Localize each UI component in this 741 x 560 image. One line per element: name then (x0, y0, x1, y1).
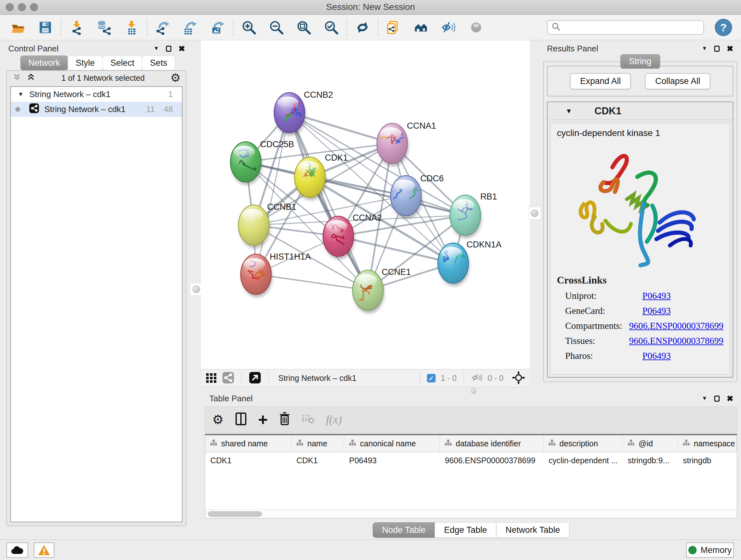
crosslink-link[interactable]: P06493 (643, 306, 671, 316)
panel-collapse-icon[interactable]: ▼ (702, 395, 707, 401)
import-network-database-icon[interactable] (95, 18, 113, 37)
help-button[interactable]: ? (715, 19, 732, 36)
network-selection-status: 1 of 1 Network selected (36, 73, 171, 83)
crosslink-link[interactable]: P06493 (643, 291, 671, 301)
tree-expander-icon[interactable]: ▼ (18, 91, 23, 98)
show-columns-icon[interactable] (234, 412, 247, 427)
network-node-cdc25b[interactable] (230, 142, 262, 185)
clone-network-icon[interactable] (385, 18, 403, 37)
collapse-all-icon[interactable] (12, 72, 22, 83)
table-settings-gear-icon[interactable]: ⚙ (212, 412, 224, 427)
right-splitter[interactable] (530, 40, 539, 387)
cloud-button[interactable] (6, 543, 28, 558)
column-header-id[interactable]: @id (623, 435, 678, 452)
network-node-ccne1[interactable] (353, 270, 384, 313)
panel-close-icon[interactable]: ✖ (727, 44, 733, 53)
panel-float-icon[interactable] (714, 46, 720, 52)
zoom-out-icon[interactable] (267, 18, 285, 37)
external-link-icon[interactable] (249, 371, 261, 385)
crosslink-row: Uniprot:P06493 (557, 291, 724, 301)
network-node-cdk1[interactable] (294, 157, 326, 200)
save-session-icon[interactable] (37, 18, 54, 37)
export-table-icon[interactable] (181, 18, 199, 37)
panel-collapse-icon[interactable]: ▼ (702, 45, 707, 52)
zoom-in-icon[interactable] (240, 18, 258, 37)
crosslink-link[interactable]: 9606.ENSP00000378699 (629, 335, 724, 346)
left-splitter[interactable] (192, 40, 201, 540)
table-splitter-handle[interactable] (471, 388, 476, 394)
panel-close-icon[interactable]: ✖ (179, 44, 185, 53)
crosslink-link[interactable]: P06493 (643, 351, 671, 361)
panel-collapse-icon[interactable]: ▼ (153, 45, 159, 52)
table-row[interactable]: CDK1CDK1P064939606.ENSP00000378699cyclin… (205, 452, 737, 469)
network-edge[interactable] (338, 236, 453, 263)
network-edge[interactable] (256, 274, 368, 290)
panel-float-icon[interactable] (714, 395, 720, 401)
tab-network[interactable]: Network (20, 56, 68, 70)
selected-checkbox-icon[interactable]: ✓ (427, 374, 435, 382)
entry-collapse-icon[interactable]: ▼ (565, 107, 572, 115)
column-header-name[interactable]: name (291, 435, 344, 452)
apply-layout-icon[interactable] (354, 18, 372, 37)
column-header-namespace[interactable]: namespace (678, 435, 737, 452)
column-header-description[interactable]: description (543, 435, 623, 452)
column-header-canonicalname[interactable]: canonical name (344, 435, 440, 452)
export-image-icon[interactable] (209, 18, 226, 37)
network-edge[interactable] (289, 113, 368, 290)
network-canvas[interactable]: CCNB2CCNA1CDC25BCDK1CDC6RB1CCNB1CCNA2CDK… (201, 40, 530, 369)
tab-sets[interactable]: Sets (142, 56, 175, 70)
network-node-rb1[interactable] (450, 195, 482, 238)
warning-button[interactable] (34, 543, 54, 558)
delete-column-trash-icon[interactable] (279, 412, 291, 427)
hidden-eye-slash-icon[interactable] (471, 373, 482, 384)
network-node-ccnb1[interactable] (239, 205, 270, 248)
network-share-icon[interactable] (222, 372, 234, 385)
panel-float-icon[interactable] (166, 46, 172, 52)
import-network-icon[interactable] (68, 18, 85, 37)
open-session-icon[interactable] (9, 18, 27, 37)
show-graphics-details-icon[interactable] (412, 18, 430, 37)
column-header-databaseidentifier[interactable]: database identifier (440, 435, 543, 452)
tab-network-table[interactable]: Network Table (496, 522, 569, 538)
memory-button[interactable]: Memory (686, 543, 734, 558)
birds-eye-grid-icon[interactable] (205, 372, 217, 385)
collapse-all-button[interactable]: Collapse All (645, 73, 711, 89)
network-node-hist1h1a[interactable] (241, 254, 272, 297)
network-node-ccnb2[interactable] (274, 92, 306, 136)
network-tree-row[interactable]: ▼String Network – cdk11 (11, 87, 182, 102)
expand-all-button[interactable]: Expand All (570, 73, 631, 89)
window-minimize-button[interactable] (18, 3, 26, 11)
hscrollbar-thumb[interactable] (208, 511, 262, 517)
network-node-cdkn1a[interactable] (438, 243, 469, 286)
tab-edge-table[interactable]: Edge Table (434, 522, 496, 538)
panel-close-icon[interactable]: ✖ (727, 394, 733, 403)
window-close-button[interactable] (6, 3, 14, 11)
right-splitter-handle[interactable] (528, 207, 541, 220)
import-table-icon[interactable] (123, 18, 140, 37)
tab-node-table[interactable]: Node Table (373, 522, 434, 538)
zoom-fit-icon[interactable] (295, 18, 313, 37)
hide-selected-icon[interactable] (440, 18, 458, 37)
gear-icon[interactable]: ⚙ (171, 71, 181, 84)
network-node-cdc6[interactable] (390, 176, 422, 219)
network-node-ccna1[interactable] (377, 123, 408, 166)
network-node-ccna2[interactable] (323, 216, 354, 259)
expand-all-icon[interactable] (26, 72, 36, 83)
zoom-selected-icon[interactable] (322, 18, 340, 37)
export-network-icon[interactable] (154, 18, 172, 37)
crosshair-icon[interactable] (512, 371, 525, 386)
table-hscrollbar[interactable] (205, 509, 737, 518)
tab-select[interactable]: Select (103, 56, 142, 70)
birds-eye-icon[interactable] (467, 18, 485, 37)
left-splitter-handle[interactable] (190, 283, 203, 296)
window-maximize-button[interactable] (30, 3, 38, 11)
table-toolbar: ⚙ + f(x) (205, 407, 737, 433)
crosslink-link[interactable]: 9606.ENSP00000378699 (629, 320, 724, 331)
search-input[interactable] (563, 23, 699, 33)
table-splitter[interactable] (201, 387, 741, 392)
tab-string[interactable]: String (620, 54, 660, 69)
network-tree-row[interactable]: String Network – cdk11148 (11, 102, 182, 117)
column-header-sharedname[interactable]: shared name (205, 435, 291, 452)
tab-style[interactable]: Style (68, 56, 103, 70)
add-column-icon[interactable]: + (258, 413, 268, 426)
